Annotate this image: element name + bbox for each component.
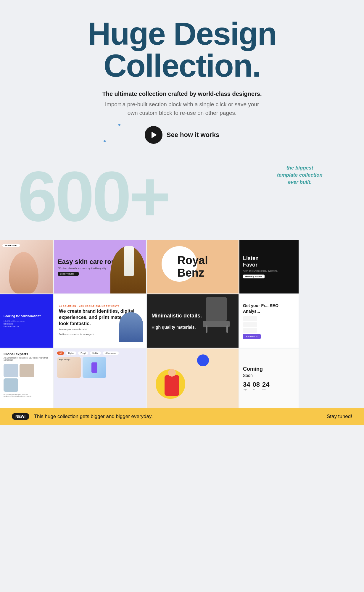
g4-btn[interactable]: Get Early Access xyxy=(243,275,265,278)
g9-title: Global experts xyxy=(4,352,28,356)
gallery-item-10: All Digital Frogit Mobile eCommerce Saji… xyxy=(54,349,146,408)
chair-leg-2 xyxy=(206,325,207,333)
g8-btn[interactable]: Request → xyxy=(243,334,261,339)
g5-link[interactable]: info@liquidthemes.com xyxy=(4,320,25,322)
gallery-item-11 xyxy=(147,349,239,408)
g4-sub: All in one Endless use, everyone. xyxy=(243,270,278,272)
g6-label: LA SOLUTION · VOS MOBILE ONLINE PAYMENTS xyxy=(59,305,120,307)
g11-illustration xyxy=(153,351,212,399)
g8-field-2 xyxy=(243,322,257,327)
g1-tag: INLINE TEXT xyxy=(2,244,20,247)
person-img xyxy=(119,312,143,342)
g5-link-3: for collaborations xyxy=(4,325,25,328)
g5-title: Looking for collaboration? xyxy=(4,314,41,318)
g12-numbers: 34 days 08 hrs 24 min xyxy=(243,381,269,391)
biggest-label: the biggest template collection ever bui… xyxy=(277,164,323,185)
g6-accord-1: Increase your conversion rate∨ xyxy=(59,327,88,332)
figure-body xyxy=(165,375,179,396)
g2-btn[interactable]: Shop Products → xyxy=(58,272,79,276)
woman-silhouette xyxy=(9,252,38,293)
g10-card-1: Sajid Airways xyxy=(57,357,81,378)
g10-filter-frogit[interactable]: Frogit xyxy=(78,351,88,355)
g6-accord-2: End-to-end encryption for messages∨ xyxy=(59,332,94,337)
gallery-item-1: INLINE TEXT xyxy=(0,240,53,293)
g7-title: Minimalistic details. xyxy=(152,313,202,319)
g9-photos xyxy=(4,364,50,392)
g10-card-1-label: Sajid Airways xyxy=(57,357,81,362)
gallery-item-4: ListenFavor All in one Endless use, ever… xyxy=(239,240,299,293)
g8-title: Get your Fr... SEO Analys... xyxy=(243,303,295,314)
play-button[interactable] xyxy=(145,126,162,144)
hero-title: Huge Design Collection. xyxy=(12,18,352,82)
g9-photo-1 xyxy=(4,364,18,377)
g10-filter-all[interactable]: All xyxy=(57,351,64,355)
chair-shape xyxy=(197,297,233,333)
counter-section: the biggest template collection ever bui… xyxy=(0,162,364,237)
g10-cards: Sajid Airways xyxy=(57,357,106,378)
g9-photo-2 xyxy=(20,364,34,377)
g9-photo-3 xyxy=(4,378,18,392)
g10-filter-mobile[interactable]: Mobile xyxy=(90,351,101,355)
g10-phone xyxy=(91,362,97,373)
bottom-bar-stay: Stay tuned! xyxy=(327,414,352,420)
chair-back xyxy=(206,297,227,321)
g8-field-1 xyxy=(243,316,257,321)
g8-form: Request → xyxy=(243,316,261,339)
g7-sub: High quality materials. xyxy=(152,325,196,330)
g5-links: info@liquidthemes.com for reliable for c… xyxy=(4,320,25,328)
g10-filter: All Digital Frogit Mobile eCommerce xyxy=(57,351,119,355)
gallery-grid: INLINE TEXT Easy skin care routine. Effe… xyxy=(0,237,364,408)
gallery-item-2: Easy skin care routine. Effective, clini… xyxy=(54,240,146,293)
g2-sub: Effective, clinically screened, guided b… xyxy=(58,267,106,270)
g5-link-2: for reliable xyxy=(4,323,25,325)
figure-head xyxy=(168,369,176,377)
g12-num-days: 34 days xyxy=(243,381,250,391)
g12-num-hrs: 08 hrs xyxy=(252,381,260,391)
play-label[interactable]: See how it works xyxy=(167,131,220,139)
bottom-bar: NEW! This huge collection gets bigger an… xyxy=(0,408,364,425)
gallery-item-8: Get your Fr... SEO Analys... Request → xyxy=(239,294,299,348)
deco-dot-2 xyxy=(104,140,106,142)
gallery-item-6: LA SOLUTION · VOS MOBILE ONLINE PAYMENTS… xyxy=(54,294,146,348)
bottle-shape xyxy=(124,246,134,276)
play-row: See how it works xyxy=(12,126,352,144)
gallery-item-5: Looking for collaboration? info@liquidth… xyxy=(0,294,53,348)
gallery-item-12: ComingSoon 34 days 08 hrs 24 min xyxy=(239,349,299,408)
g10-filter-ecommerce[interactable]: eCommerce xyxy=(103,351,119,355)
g12-title: ComingSoon xyxy=(243,366,263,378)
new-badge: NEW! xyxy=(12,413,29,420)
hero-section: Huge Design Collection. The ultimate col… xyxy=(0,0,364,162)
hero-subtitle-light: Import a pre-built section block with a … xyxy=(99,100,265,117)
circle-blue-sm xyxy=(197,354,209,366)
g4-title: ListenFavor xyxy=(243,255,259,268)
g3-title: RoyalBenz xyxy=(177,254,208,279)
chair-leg-1 xyxy=(226,325,228,333)
g12-num-min: 24 min xyxy=(262,381,269,391)
hero-subtitle-bold: The ultimate collection crafted by world… xyxy=(12,91,352,97)
g10-card-2 xyxy=(83,357,106,378)
g8-field-3 xyxy=(243,328,257,333)
gallery-item-9: Global experts As a member of industries… xyxy=(0,349,53,408)
deco-dot-1 xyxy=(118,124,120,126)
g9-label-2: analyzing big data business reports xyxy=(4,395,31,397)
gallery-item-7: Minimalistic details. High quality mater… xyxy=(147,294,239,348)
bottom-bar-text: This huge collection gets bigger and big… xyxy=(34,414,153,420)
g9-sub: As a member of industries, you will be m… xyxy=(4,357,50,361)
g10-filter-digital[interactable]: Digital xyxy=(66,351,76,355)
gallery-item-3: RoyalBenz xyxy=(147,240,239,293)
